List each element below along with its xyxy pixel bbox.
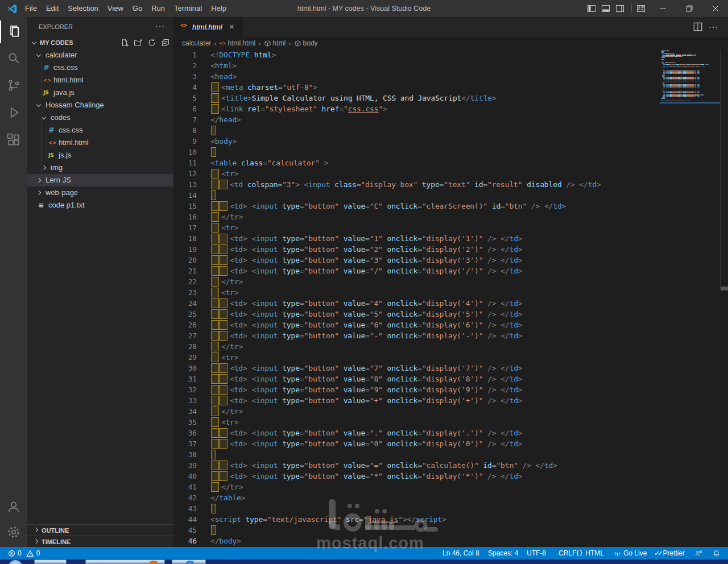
code-line-14[interactable]: 14 [173, 190, 728, 201]
tree-item-calculater[interactable]: calculater [27, 49, 173, 61]
taskbar-button[interactable] [172, 559, 206, 564]
code-line-8[interactable]: 8 [173, 125, 728, 136]
restore-button[interactable] [676, 0, 702, 17]
code-line-31[interactable]: 31<td> <input type="button" value="8" on… [173, 374, 728, 384]
code-line-7[interactable]: 7</head> [173, 114, 728, 125]
tree-item-hossam-chalinge[interactable]: Hossam Chalinge [27, 99, 173, 111]
menu-go[interactable]: Go [128, 0, 147, 17]
code-line-41[interactable]: 41</tr> [173, 482, 728, 492]
code-line-24[interactable]: 24<td> <input type="button" value="4" on… [173, 298, 728, 309]
code-line-27[interactable]: 27<td> <input type="button" value="-" on… [173, 330, 728, 341]
taskbar-button[interactable] [34, 559, 67, 564]
section-my-codes[interactable]: MY CODES [27, 36, 173, 49]
tree-item-css-css[interactable]: #css.css [27, 61, 173, 74]
status-prettier[interactable]: ✓✓ Prettier [654, 547, 685, 559]
tree-item-img[interactable]: img [27, 161, 173, 174]
code-line-3[interactable]: 3<head> [173, 71, 728, 82]
new-folder-icon[interactable] [134, 38, 143, 47]
status-encoding[interactable]: UTF-8 [527, 547, 546, 559]
status-feedback[interactable] [694, 547, 702, 559]
code-line-30[interactable]: 30<td> <input type="button" value="7" on… [173, 363, 728, 374]
code-line-23[interactable]: 23<tr> [173, 287, 728, 298]
tree-item-codes[interactable]: codes [27, 111, 173, 124]
breadcrumb-calculater[interactable]: calculater [182, 39, 211, 47]
code-line-39[interactable]: 39<td> <input type="button" value="=" on… [173, 460, 728, 471]
code-line-18[interactable]: 18<td> <input type="button" value="1" on… [173, 233, 728, 244]
code-line-35[interactable]: 35<tr> [173, 417, 728, 428]
tree-item-html-html[interactable]: <>html.html [27, 136, 173, 149]
menu-run[interactable]: Run [147, 0, 169, 17]
code-line-36[interactable]: 36<td> <input type="button" value="." on… [173, 428, 728, 438]
run-debug-icon[interactable] [6, 105, 21, 120]
menu-selection[interactable]: Selection [63, 0, 102, 17]
toggle-secondary-sidebar-icon[interactable] [615, 4, 624, 13]
code-line-29[interactable]: 29<tr> [173, 352, 728, 363]
tree-item-css-css[interactable]: #css.css [27, 124, 173, 136]
code-line-2[interactable]: 2<html> [173, 60, 728, 71]
code-line-38[interactable]: 38 [173, 449, 728, 460]
new-file-icon[interactable] [120, 38, 129, 47]
code-line-16[interactable]: 16</tr> [173, 212, 728, 222]
code-line-15[interactable]: 15<td> <input type="button" value="C" on… [173, 201, 728, 212]
code-line-12[interactable]: 12<tr> [173, 168, 728, 179]
code-line-34[interactable]: 34</tr> [173, 406, 728, 417]
code-line-20[interactable]: 20<td> <input type="button" value="3" on… [173, 255, 728, 266]
tree-item-web-page[interactable]: web-page [27, 186, 173, 199]
code-line-5[interactable]: 5<title>Simple Calculator using HTML, CS… [173, 93, 728, 103]
breadcrumb-body[interactable]: body [294, 39, 318, 47]
menu-view[interactable]: View [103, 0, 128, 17]
menu-file[interactable]: File [20, 0, 42, 17]
taskbar-button[interactable] [85, 559, 165, 564]
breadcrumb-html-html[interactable]: <>html.html [220, 39, 256, 47]
minimize-button[interactable] [650, 0, 676, 17]
code-line-10[interactable]: 10 [173, 147, 728, 157]
tree-item-lern-js[interactable]: Lern JS [27, 174, 173, 186]
status-notifications[interactable] [713, 547, 720, 559]
split-editor-icon[interactable] [693, 22, 703, 32]
status-eol[interactable]: CRLF [559, 547, 576, 559]
code-line-11[interactable]: 11<table class="calculator" > [173, 157, 728, 168]
code-line-40[interactable]: 40<td> <input type="button" value="*" on… [173, 471, 728, 482]
code-line-25[interactable]: 25<td> <input type="button" value="5" on… [173, 309, 728, 320]
code-editor[interactable]: 1<!DOCTYPE html>2<html>3<head>4<meta cha… [173, 49, 728, 547]
status-indent[interactable]: Spaces: 4 [488, 547, 518, 559]
code-line-28[interactable]: 28</tr> [173, 341, 728, 352]
customize-layout-icon[interactable] [636, 4, 646, 13]
code-line-22[interactable]: 22</tr> [173, 276, 728, 287]
refresh-icon[interactable] [147, 38, 156, 47]
scrollbar-thumb[interactable] [721, 287, 728, 291]
code-line-13[interactable]: 13<td colspan="3"> <input class="display… [173, 179, 728, 190]
menu-edit[interactable]: Edit [42, 0, 63, 17]
tree-item-code-p1-txt[interactable]: ≡code p1.txt [27, 199, 173, 212]
extensions-icon[interactable] [6, 132, 21, 147]
files-icon[interactable] [6, 24, 21, 39]
code-line-9[interactable]: 9<body> [173, 136, 728, 147]
editor-more-actions-icon[interactable]: ··· [709, 17, 718, 37]
problems-indicator[interactable]: 0 0 [8, 547, 40, 559]
code-line-4[interactable]: 4<meta charset="utf-8"> [173, 82, 728, 93]
scrollbar-edge[interactable] [720, 49, 721, 288]
status-cursor[interactable]: Ln 46, Col 8 [442, 547, 479, 559]
search-icon[interactable] [6, 51, 21, 65]
breadcrumb-html[interactable]: html [264, 39, 286, 47]
code-line-33[interactable]: 33<td> <input type="button" value="+" on… [173, 395, 728, 406]
tree-item-js-js[interactable]: JSjs.js [27, 149, 173, 161]
collapse-all-icon[interactable] [161, 38, 170, 47]
code-line-19[interactable]: 19<td> <input type="button" value="2" on… [173, 244, 728, 255]
toggle-panel-icon[interactable] [601, 4, 610, 13]
tree-item-html-html[interactable]: <>html.html [27, 74, 173, 86]
code-line-21[interactable]: 21<td> <input type="button" value="/" on… [173, 266, 728, 276]
source-control-icon[interactable] [6, 78, 21, 93]
tree-item-java-js[interactable]: JSjava.js [27, 86, 173, 99]
tab-html-html[interactable]: <> html.html × [173, 17, 243, 37]
code-line-26[interactable]: 26<td> <input type="button" value="6" on… [173, 320, 728, 330]
code-line-6[interactable]: 6<link rel="stylesheet" href="css.css"> [173, 103, 728, 114]
explorer-more-actions[interactable]: ··· [155, 17, 165, 36]
start-button[interactable] [8, 560, 23, 564]
code-line-37[interactable]: 37<td> <input type="button" value="0" on… [173, 438, 728, 449]
status-go-live[interactable]: Go Live [614, 547, 647, 559]
account-icon[interactable] [6, 499, 21, 514]
outline-panel-header[interactable]: OUTLINE [27, 524, 173, 536]
code-line-17[interactable]: 17<tr> [173, 222, 728, 233]
timeline-panel-header[interactable]: TIMELINE [27, 536, 173, 547]
